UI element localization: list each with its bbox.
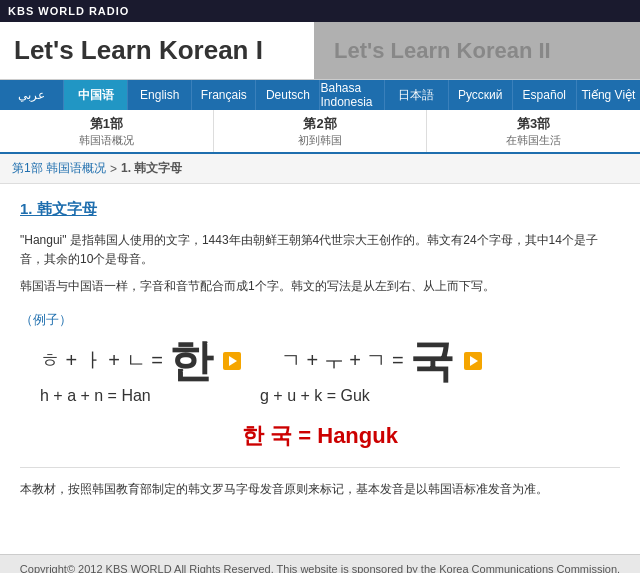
lesson-title: 1. 韩文字母 xyxy=(20,200,620,219)
roman-eq-1: h + a + n = Han xyxy=(40,387,220,405)
section-nav: 第1部 韩国语概况 第2部 初到韩国 第3部 在韩国生活 xyxy=(0,110,640,154)
intro-text-1: "Hangui" 是指韩国人使用的文字，1443年由朝鲜王朝第4代世宗大王创作的… xyxy=(20,231,620,269)
char-eq-1-parts: ㅎ + ㅏ + ㄴ = xyxy=(40,347,163,374)
lang-english[interactable]: English xyxy=(128,80,192,110)
play-button-han[interactable] xyxy=(223,352,241,370)
section-3-sub: 在韩国生活 xyxy=(506,133,561,148)
example-label: （例子） xyxy=(20,311,620,329)
kbs-logo: KBS WORLD RADIO xyxy=(8,5,129,17)
char-eq-2-parts: ㄱ + ㅜ + ㄱ = xyxy=(281,347,404,374)
content-divider xyxy=(20,467,620,468)
breadcrumb: 第1部 韩国语概况 > 1. 韩文字母 xyxy=(0,154,640,184)
footer-note: 本教材，按照韩国教育部制定的韩文罗马字母发音原则来标记，基本发音是以韩国语标准发… xyxy=(20,480,620,498)
learn-korean-ii-header[interactable]: Let's Learn Korean II xyxy=(314,22,640,79)
section-2-sub: 初到韩国 xyxy=(298,133,342,148)
section-1-sub: 韩国语概况 xyxy=(79,133,134,148)
lang-japanese[interactable]: 日本語 xyxy=(385,80,449,110)
char-result-2: 국 xyxy=(410,339,454,383)
title-ii-text: Let's Learn Korean II xyxy=(334,38,551,64)
breadcrumb-link[interactable]: 第1部 韩国语概况 xyxy=(12,160,106,177)
section-2-num: 第2部 xyxy=(303,115,336,133)
language-nav: عربي 中国语 English Français Deutsch Bahasa… xyxy=(0,80,640,110)
char-result-1: 한 xyxy=(169,339,213,383)
section-2[interactable]: 第2部 初到韩国 xyxy=(214,110,428,152)
intro-text-2: 韩国语与中国语一样，字音和音节配合而成1个字。韩文的写法是从左到右、从上而下写。 xyxy=(20,277,620,296)
play-button-guk[interactable] xyxy=(464,352,482,370)
char-equations: ㅎ + ㅏ + ㄴ = 한 ㄱ + ㅜ + ㄱ = 국 xyxy=(40,339,620,383)
page-footer: Copyright© 2012 KBS WORLD All Rights Res… xyxy=(0,554,640,573)
lang-russian[interactable]: Русский xyxy=(449,80,513,110)
header: Let's Learn Korean I Let's Learn Korean … xyxy=(0,22,640,80)
lang-spanish[interactable]: Español xyxy=(513,80,577,110)
section-3-num: 第3部 xyxy=(517,115,550,133)
lang-indonesian[interactable]: Bahasa Indonesia xyxy=(320,80,384,110)
lang-chinese[interactable]: 中国语 xyxy=(64,80,128,110)
top-bar: KBS WORLD RADIO xyxy=(0,0,640,22)
copyright-text: Copyright© 2012 KBS WORLD All Rights Res… xyxy=(20,563,620,573)
lang-german[interactable]: Deutsch xyxy=(256,80,320,110)
roman-equations: h + a + n = Han g + u + k = Guk xyxy=(40,387,620,405)
lang-french[interactable]: Français xyxy=(192,80,256,110)
roman-eq-2: g + u + k = Guk xyxy=(260,387,440,405)
breadcrumb-separator: > xyxy=(110,162,117,176)
title-i-text: Let's Learn Korean I xyxy=(14,35,263,66)
section-3[interactable]: 第3部 在韩国生活 xyxy=(427,110,640,152)
hanguk-line: 한 국 = Hanguk xyxy=(20,421,620,451)
lang-arabic[interactable]: عربي xyxy=(0,80,64,110)
main-content: 1. 韩文字母 "Hangui" 是指韩国人使用的文字，1443年由朝鲜王朝第4… xyxy=(0,184,640,554)
lang-vietnamese[interactable]: Tiếng Việt xyxy=(577,80,640,110)
learn-korean-i-header[interactable]: Let's Learn Korean I xyxy=(0,22,314,79)
char-eq-2: ㄱ + ㅜ + ㄱ = 국 xyxy=(281,339,482,383)
char-eq-1: ㅎ + ㅏ + ㄴ = 한 xyxy=(40,339,241,383)
section-1-num: 第1部 xyxy=(90,115,123,133)
section-1[interactable]: 第1部 韩国语概况 xyxy=(0,110,214,152)
breadcrumb-current: 1. 韩文字母 xyxy=(121,160,182,177)
